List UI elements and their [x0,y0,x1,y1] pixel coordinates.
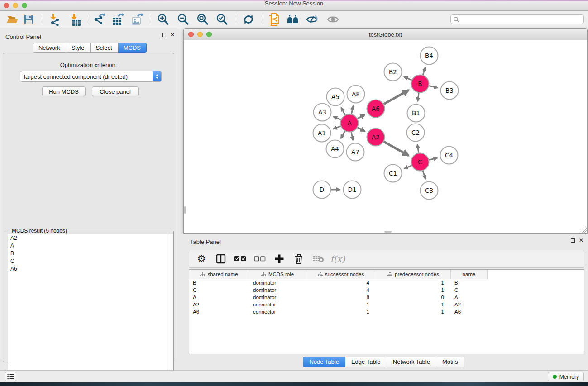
function-builder-icon[interactable]: f(x) [332,253,344,265]
network-canvas[interactable]: B4B2BB3B1A8A5A6A3AA1A2C2A4A7C4CC1C3DD1 [184,40,587,233]
tab-mcds[interactable]: MCDS [118,43,147,53]
edge-C-C3[interactable] [423,171,425,179]
import-table-icon[interactable] [68,12,82,27]
node-C4[interactable]: C4 [440,147,458,164]
run-mcds-button[interactable]: Run MCDS [42,86,86,96]
node-B1[interactable]: B1 [407,105,425,122]
node-A1[interactable]: A1 [313,124,331,142]
tab-node-table[interactable]: Node Table [303,357,345,367]
float-panel-icon[interactable] [162,33,166,37]
hide-selected-icon[interactable] [305,12,320,27]
network-window-title-bar[interactable]: testGlobe.txt [184,29,587,40]
edge-C-C2[interactable] [417,144,419,153]
network-snapshot-icon[interactable] [267,12,281,27]
node-B3[interactable]: B3 [441,82,459,100]
tab-network-table[interactable]: Network Table [387,357,436,367]
column-header-predecessor-nodes[interactable]: predecessor nodes [376,270,451,279]
tab-select[interactable]: Select [91,43,118,53]
search-input[interactable] [459,16,583,23]
edge-B-B1[interactable] [418,93,419,101]
zoom-out-icon[interactable] [176,12,191,27]
edge-A6-B[interactable] [384,90,409,104]
table-row[interactable]: Adominator80A [189,294,584,301]
deselect-all-icon[interactable] [254,253,266,265]
node-A7[interactable]: A7 [347,143,364,161]
column-header-MCDS-role[interactable]: MCDS role [249,270,306,279]
edge-A-A8[interactable] [351,106,353,114]
edge-B-B2[interactable] [404,77,411,80]
column-header-successor-nodes[interactable]: successor nodes [306,270,376,279]
node-A4[interactable]: A4 [326,140,344,158]
edge-A-A6[interactable] [358,114,365,119]
mcds-result-item[interactable]: A2 [8,234,173,242]
delete-table-icon[interactable] [312,253,324,265]
add-column-icon[interactable] [273,253,285,265]
show-all-icon[interactable] [326,12,340,27]
close-table-panel-icon[interactable]: ✕ [579,238,583,243]
node-B[interactable]: B [411,75,429,93]
table-row[interactable]: Bdominator41B [189,279,584,286]
node-B2[interactable]: B2 [384,63,402,81]
mcds-result-item[interactable]: A [8,242,173,249]
edge-C-C1[interactable] [404,166,411,169]
node-A8[interactable]: A8 [347,86,365,103]
node-A5[interactable]: A5 [327,88,344,106]
edge-A-A1[interactable] [333,126,341,129]
tab-motifs[interactable]: Motifs [436,357,464,367]
node-C3[interactable]: C3 [421,182,438,200]
edge-B-B3[interactable] [429,86,438,88]
edge-A-A5[interactable] [341,107,345,115]
vertical-scroll-indicator[interactable] [184,206,186,214]
save-session-icon[interactable] [22,12,36,27]
task-history-button[interactable] [5,372,16,381]
mcds-result-item[interactable]: A6 [8,265,173,272]
table-row[interactable]: A6connector11A6 [189,308,584,315]
export-network-icon[interactable] [92,12,106,27]
node-D1[interactable]: D1 [344,181,361,199]
edge-C-C4[interactable] [429,158,437,160]
column-header-name[interactable]: name [451,270,488,279]
edge-A-A4[interactable] [341,131,345,138]
scrollbar-track[interactable] [167,234,173,385]
delete-column-icon[interactable] [293,253,305,265]
memory-button[interactable]: Memory [548,372,584,381]
node-A2[interactable]: A2 [367,129,385,146]
zoom-fit-icon[interactable] [196,12,210,27]
edge-A-A2[interactable] [358,128,365,132]
table-row[interactable]: Cdominator41C [189,286,584,294]
tab-network[interactable]: Network [33,43,66,53]
node-table[interactable]: shared nameMCDS rolesuccessor nodesprede… [189,269,584,354]
node-C[interactable]: C [411,153,429,171]
edge-A-A3[interactable] [334,117,341,120]
node-D[interactable]: D [313,181,331,199]
table-row[interactable]: A2connector11A2 [189,301,584,308]
edge-B-B4[interactable] [423,67,425,75]
node-C1[interactable]: C1 [384,165,402,182]
select-all-icon[interactable] [234,253,246,265]
export-image-icon[interactable] [130,12,145,27]
tab-edge-table[interactable]: Edge Table [345,357,387,367]
zoom-selected-icon[interactable] [215,12,229,27]
node-C2[interactable]: C2 [407,124,425,142]
close-panel-icon[interactable]: ✕ [170,33,175,37]
network-graph[interactable]: B4B2BB3B1A8A5A6A3AA1A2C2A4A7C4CC1C3DD1 [184,40,587,233]
zoom-in-icon[interactable] [156,12,171,27]
search-field[interactable] [450,14,584,24]
resize-grip[interactable] [581,227,587,233]
settings-gear-icon[interactable]: ⚙ [196,253,207,265]
edge-A-A7[interactable] [351,132,353,140]
open-session-icon[interactable] [5,12,20,27]
mcds-result-list[interactable]: A2ABCA6 [8,234,173,385]
node-A[interactable]: A [341,114,359,132]
tab-style[interactable]: Style [66,43,91,53]
close-panel-button[interactable]: Close panel [92,86,139,96]
mcds-result-item[interactable]: C [8,257,173,265]
horizontal-scroll-indicator[interactable] [384,231,392,233]
show-column-icon[interactable] [215,253,227,265]
node-A6[interactable]: A6 [367,100,385,118]
home-layout-icon[interactable] [286,12,300,27]
mcds-result-item[interactable]: B [8,249,173,257]
column-header-shared-name[interactable]: shared name [189,270,249,279]
export-table-icon[interactable] [111,12,125,27]
import-network-icon[interactable] [47,12,62,27]
